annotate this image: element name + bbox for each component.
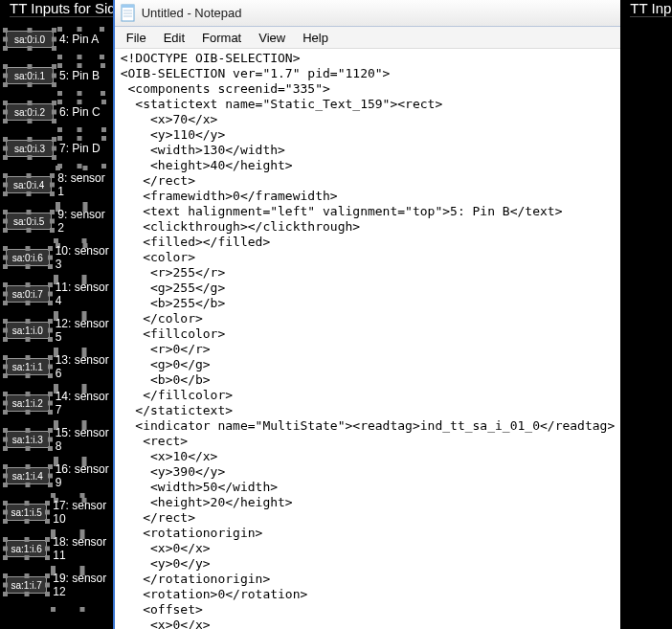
window-title: Untitled - Notepad (142, 6, 242, 20)
io-label[interactable]: 16: sensor 9 (56, 462, 113, 489)
io-row[interactable]: sa:1:i.517: sensor 10 (6, 494, 113, 530)
tag-indicator[interactable]: sa:1:i.2 (6, 394, 50, 412)
io-row[interactable]: sa:1:i.416: sensor 9 (6, 458, 113, 494)
svg-rect-1 (122, 5, 134, 8)
hmi-editor-panel: TT Inputs for Side A sa:0:i.04: Pin Asa:… (0, 0, 113, 629)
io-row[interactable]: sa:0:i.37: Pin D (6, 130, 113, 167)
io-label[interactable]: 17: sensor 10 (53, 499, 112, 526)
io-row[interactable]: sa:0:i.15: Pin B (6, 57, 113, 94)
menu-help[interactable]: Help (295, 29, 336, 47)
tag-indicator[interactable]: sa:0:i.6 (6, 249, 50, 266)
menu-view[interactable]: View (251, 29, 293, 47)
io-row[interactable]: sa:0:i.711: sensor 4 (6, 276, 113, 312)
notepad-window: Untitled - Notepad FileEditFormatViewHel… (113, 0, 621, 629)
menu-format[interactable]: Format (194, 29, 249, 47)
io-label[interactable]: 15: sensor 8 (56, 426, 113, 453)
panel-title: TT Inputs for Side A (10, 0, 113, 17)
panel-title-right: TT Inputs for Side A (630, 0, 672, 17)
io-label[interactable]: 9: sensor 2 (57, 208, 112, 235)
io-row[interactable]: sa:0:i.26: Pin C (6, 94, 113, 130)
io-row[interactable]: sa:0:i.610: sensor 3 (6, 239, 113, 276)
io-row[interactable]: sa:1:i.214: sensor 7 (6, 385, 113, 421)
io-label[interactable]: 18: sensor 11 (53, 535, 112, 562)
io-row[interactable]: sa:1:i.012: sensor 5 (6, 312, 113, 348)
io-label[interactable]: 11: sensor 4 (56, 281, 113, 307)
io-label[interactable]: 13: sensor 6 (56, 353, 113, 380)
io-label[interactable]: 14: sensor 7 (56, 390, 113, 416)
io-label[interactable]: 19: sensor 12 (53, 572, 112, 598)
tag-indicator[interactable]: sa:0:i.4 (6, 176, 52, 193)
menubar: FileEditFormatViewHelp (115, 27, 621, 48)
io-row[interactable]: sa:1:i.719: sensor 12 (6, 567, 113, 603)
io-row[interactable]: sa:1:i.618: sensor 11 (6, 530, 113, 567)
tag-indicator[interactable]: sa:1:i.1 (6, 358, 50, 375)
io-rows: sa:0:i.04: Pin Asa:0:i.15: Pin Bsa:0:i.2… (6, 21, 113, 603)
tag-indicator[interactable]: sa:1:i.0 (6, 322, 50, 339)
tag-indicator[interactable]: sa:1:i.4 (6, 467, 50, 484)
tag-indicator[interactable]: sa:0:i.0 (6, 31, 54, 48)
io-row[interactable]: sa:0:i.48: sensor 1 (6, 167, 113, 203)
io-row[interactable]: sa:1:i.113: sensor 6 (6, 348, 113, 385)
io-row[interactable]: sa:0:i.59: sensor 2 (6, 203, 113, 239)
menu-edit[interactable]: Edit (156, 29, 192, 47)
tag-indicator[interactable]: sa:0:i.3 (6, 140, 54, 157)
io-row[interactable]: sa:1:i.315: sensor 8 (6, 421, 113, 458)
io-label[interactable]: 5: Pin B (59, 69, 100, 82)
io-label[interactable]: 4: Pin A (59, 33, 99, 46)
tag-indicator[interactable]: sa:0:i.5 (6, 213, 52, 230)
tag-indicator[interactable]: sa:1:i.7 (6, 576, 47, 594)
menu-file[interactable]: File (119, 29, 154, 47)
tag-indicator[interactable]: sa:1:i.6 (6, 540, 47, 557)
io-label[interactable]: 7: Pin D (59, 142, 101, 155)
tag-indicator[interactable]: sa:1:i.5 (6, 504, 47, 521)
tag-indicator[interactable]: sa:0:i.1 (6, 67, 54, 84)
notepad-text-area[interactable]: <!DOCTYPE OIB-SELECTION> <OIB-SELECTION … (115, 48, 621, 629)
tag-indicator[interactable]: sa:0:i.7 (6, 285, 50, 303)
io-label[interactable]: 12: sensor 5 (56, 317, 113, 344)
io-label[interactable]: 8: sensor 1 (57, 171, 112, 198)
io-row[interactable]: sa:0:i.04: Pin A (6, 21, 113, 57)
io-label[interactable]: 6: Pin C (59, 105, 101, 119)
hmi-editor-panel-right: TT Inputs for Side A (620, 0, 672, 629)
tag-indicator[interactable]: sa:0:i.2 (6, 103, 54, 121)
tag-indicator[interactable]: sa:1:i.3 (6, 431, 50, 448)
titlebar[interactable]: Untitled - Notepad (115, 0, 621, 27)
notepad-icon (121, 4, 136, 23)
io-label[interactable]: 10: sensor 3 (56, 244, 113, 271)
